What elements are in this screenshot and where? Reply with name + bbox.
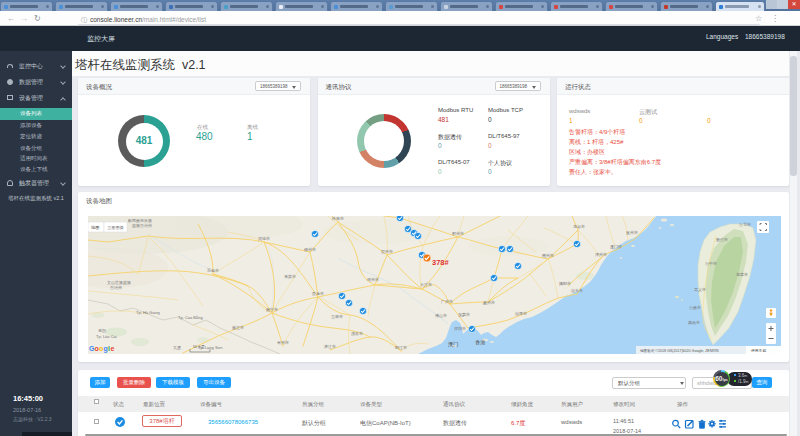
svg-text:台南市: 台南市 (689, 305, 701, 310)
svg-text:湛江市: 湛江市 (324, 344, 336, 349)
svg-text:惠州市: 惠州市 (482, 300, 495, 305)
svg-text:云浮市: 云浮市 (420, 282, 432, 287)
svg-text:漳州市: 漳州市 (595, 252, 607, 257)
svg-text:地图数据 ©2018 GS(2017)6020 Google: 地图数据 ©2018 GS(2017)6020 Google, ZENRIN (639, 349, 719, 353)
svg-text:汕尾市: 汕尾市 (515, 311, 527, 316)
svg-text:378#: 378# (432, 258, 450, 267)
svg-text:太原: 太原 (173, 345, 181, 350)
svg-text:台中市: 台中市 (705, 261, 717, 266)
svg-text:河池市: 河池市 (258, 236, 270, 241)
svg-text:Tp. Hà Giang: Tp. Hà Giang (136, 310, 160, 315)
svg-text:Tp. Cao Bằng: Tp. Cao Bằng (178, 315, 203, 320)
svg-text:郏州市: 郏州市 (452, 231, 464, 236)
svg-text:贵港市: 贵港市 (312, 291, 324, 296)
svg-text:茂名市: 茂名市 (351, 331, 363, 336)
svg-text:e: e (111, 345, 115, 352)
svg-text:台北市: 台北市 (739, 222, 751, 227)
svg-text:自治州: 自治州 (110, 285, 122, 290)
svg-text:崇左市: 崇左市 (232, 325, 244, 330)
svg-text:百色市: 百色市 (207, 268, 219, 273)
svg-text:东莞市: 东莞市 (458, 312, 470, 317)
svg-text:花莲市: 花莲市 (736, 272, 748, 277)
svg-text:地图: 地图 (90, 225, 99, 230)
svg-text:贺州市: 贺州市 (381, 249, 393, 254)
svg-text:嘉义市: 嘉义市 (694, 287, 706, 292)
svg-text:玉林市: 玉林市 (331, 314, 343, 319)
svg-text:深圳市: 深圳市 (454, 326, 466, 331)
svg-text:50 公里: 50 公里 (193, 345, 205, 349)
svg-text:泉州市: 泉州市 (625, 230, 638, 235)
svg-text:Tp. Lào Cai: Tp. Lào Cai (96, 334, 117, 339)
svg-text:龙岩市: 龙岩市 (573, 224, 585, 229)
svg-text:梧州市: 梧州市 (366, 277, 379, 282)
svg-text:桂林市: 桂林市 (331, 216, 344, 221)
svg-text:阳江市: 阳江市 (395, 345, 407, 350)
svg-text:柳州市: 柳州市 (304, 247, 316, 252)
svg-text:卫星图像: 卫星图像 (107, 225, 125, 230)
svg-text:香港: 香港 (475, 339, 485, 346)
svg-text:南宁市: 南宁市 (266, 307, 278, 312)
svg-text:汕头市: 汕头市 (571, 288, 583, 293)
svg-text:高雄市: 高雄市 (688, 320, 700, 325)
svg-text:钦州市: 钦州市 (277, 340, 289, 345)
svg-text:使用条款: 使用条款 (751, 348, 766, 353)
svg-text:新竹市: 新竹市 (716, 237, 728, 242)
svg-text:广州市: 广州市 (441, 299, 453, 304)
svg-text:来宾市: 来宾市 (284, 274, 296, 279)
svg-text:澳门: 澳门 (447, 341, 458, 348)
svg-text:佛山市: 佛山市 (435, 313, 447, 318)
